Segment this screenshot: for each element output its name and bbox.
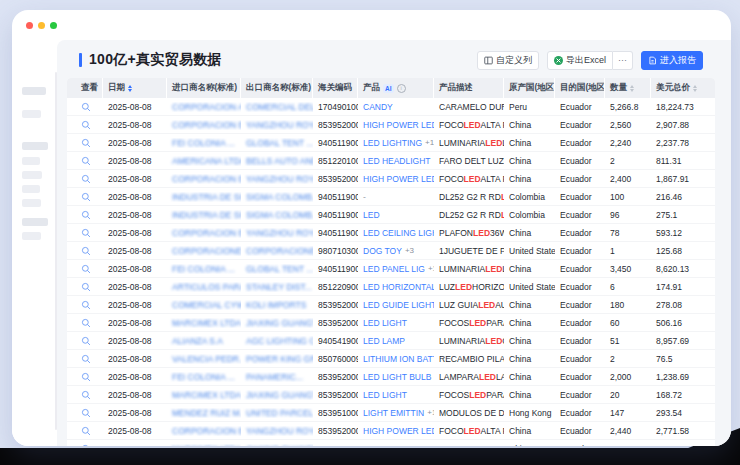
importer-name-link[interactable]: CORPORACION E... [167, 120, 241, 130]
sidebar-menu-placeholder[interactable] [22, 199, 41, 207]
sidebar-menu-placeholder[interactable] [22, 110, 41, 118]
sidebar-menu-placeholder[interactable] [22, 157, 40, 165]
importer-name-link[interactable]: CORPORACION E... [167, 174, 241, 184]
view-row-button[interactable] [67, 228, 103, 238]
importer-name-link[interactable]: INDUSTRIA DE SIS... [167, 210, 241, 220]
sidebar-menu-placeholder[interactable] [22, 185, 40, 193]
product-link[interactable]: LED HORIZONTAL L [358, 282, 434, 292]
export-excel-button[interactable]: 导出Excel [547, 51, 613, 70]
column-header-usd[interactable]: 美元总价 [651, 78, 715, 98]
exporter-name-link[interactable]: PANAMERIC... [241, 372, 313, 382]
column-header-exporter[interactable]: 出口商名称(标准) [241, 78, 313, 98]
product-link[interactable]: LED HEADLIGHT [358, 156, 434, 166]
exporter-name-link[interactable]: YANGZHOU ROYAL LI... [241, 120, 313, 130]
product-link[interactable]: LED LIGHT [358, 318, 434, 328]
exporter-name-link[interactable]: BELLS AUTO AND... [241, 156, 313, 166]
view-row-button[interactable] [67, 174, 103, 184]
importer-name-link[interactable]: CORPORACION E... [167, 228, 241, 238]
product-link[interactable]: HIGH POWER LED F [358, 120, 434, 130]
sidebar-menu-placeholder[interactable] [22, 171, 42, 179]
sidebar-menu-placeholder[interactable] [22, 232, 41, 240]
importer-name-link[interactable]: MARCIMEX LTDA [167, 318, 241, 328]
view-row-button[interactable] [67, 408, 103, 418]
product-link[interactable]: LED PANEL LIG+1 [358, 264, 434, 274]
product-link[interactable]: LED MOTOR BULB [358, 444, 434, 447]
exporter-name-link[interactable]: SIGMA COLOMB... [241, 192, 313, 202]
exporter-name-link[interactable]: JIAXING GUANGT... [241, 390, 313, 400]
product-link[interactable]: LED LAMP [358, 336, 434, 346]
customize-columns-button[interactable]: 自定义列 [477, 51, 539, 70]
product-link[interactable]: LED LIGHT [358, 390, 434, 400]
exporter-name-link[interactable]: KOLI IMPORTS [241, 300, 313, 310]
importer-name-link[interactable]: MARCIMEX LTDA [167, 390, 241, 400]
view-row-button[interactable] [67, 300, 103, 310]
product-link[interactable]: - [358, 192, 434, 202]
exporter-name-link[interactable]: COMERCIAL DEL ... [241, 102, 313, 112]
view-row-button[interactable] [67, 156, 103, 166]
view-row-button[interactable] [67, 264, 103, 274]
exporter-name-link[interactable]: GLOBAL TENT ... [241, 264, 313, 274]
view-row-button[interactable] [67, 336, 103, 346]
view-row-button[interactable] [67, 282, 103, 292]
exporter-name-link[interactable]: CORPORACIONES... [241, 246, 313, 256]
sort-icon[interactable] [693, 85, 697, 92]
importer-name-link[interactable]: FEI COLONIA ... [167, 372, 241, 382]
column-header-qty[interactable]: 数量 [605, 78, 651, 98]
view-row-button[interactable] [67, 120, 103, 130]
view-row-button[interactable] [67, 138, 103, 148]
product-link[interactable]: LED LIGHT BULB [358, 372, 434, 382]
column-header-importer[interactable]: 进口商名称(标准) [167, 78, 241, 98]
sort-icon[interactable] [128, 85, 132, 92]
product-link[interactable]: HIGH POWER LED F [358, 174, 434, 184]
view-row-button[interactable] [67, 102, 103, 112]
importer-name-link[interactable]: ARTICULOS PARA... [167, 282, 241, 292]
exporter-name-link[interactable]: SIGMA COLOMB... [241, 210, 313, 220]
minimize-button[interactable] [38, 22, 45, 29]
importer-name-link[interactable]: FEI COLONIA ... [167, 138, 241, 148]
product-link[interactable]: LED [358, 210, 434, 220]
export-more-button[interactable]: ··· [613, 51, 633, 70]
product-link[interactable]: LED GUIDE LIGHT T [358, 300, 434, 310]
importer-name-link[interactable]: CORPORACIONES... [167, 246, 241, 256]
importer-name-link[interactable]: CORPORACION E... [167, 426, 241, 436]
view-row-button[interactable] [67, 354, 103, 364]
exporter-name-link[interactable]: YANGZHOU ROYAL LI... [241, 174, 313, 184]
importer-name-link[interactable]: FEI COLONIA ... [167, 264, 241, 274]
exporter-name-link[interactable]: YANGZHOU ROYAL LI... [241, 426, 313, 436]
view-row-button[interactable] [67, 372, 103, 382]
view-row-button[interactable] [67, 192, 103, 202]
importer-name-link[interactable]: INDUSTRIA DE SIS... [167, 192, 241, 202]
product-link[interactable]: DOG TOY+3 [358, 246, 434, 256]
sidebar-menu-placeholder[interactable] [22, 142, 48, 150]
importer-name-link[interactable]: CORPORACION A [167, 102, 241, 112]
sort-icon[interactable] [630, 85, 634, 92]
product-link[interactable]: LED CEILING LIGHT [358, 228, 434, 238]
exporter-name-link[interactable]: POWER KING GR... [241, 354, 313, 364]
sidebar-menu-placeholder[interactable] [22, 218, 48, 226]
column-header-date[interactable]: 日期 [103, 78, 167, 98]
product-link[interactable]: LED LIGHTING+1 [358, 138, 434, 148]
enter-report-button[interactable]: 进入报告 [641, 51, 703, 70]
exporter-name-link[interactable]: GLOBAL TENT ... [241, 138, 313, 148]
importer-name-link[interactable]: VALENCIA PEDR... [167, 354, 241, 364]
view-row-button[interactable] [67, 318, 103, 328]
view-row-button[interactable] [67, 246, 103, 256]
product-link[interactable]: LITHIUM ION BATTE [358, 354, 434, 364]
exporter-name-link[interactable]: JIAXING GUANGT... [241, 444, 313, 447]
importer-name-link[interactable]: MENDEZ RUIZ M... [167, 408, 241, 418]
exporter-name-link[interactable]: AGC LIGHTING C... [241, 336, 313, 346]
exporter-name-link[interactable]: STANLEY DIST... [241, 282, 313, 292]
view-row-button[interactable] [67, 210, 103, 220]
maximize-button[interactable] [50, 22, 57, 29]
exporter-name-link[interactable]: YANGZHOU ROYAL LI... [241, 228, 313, 238]
exporter-name-link[interactable]: UNITED PARCEL ... [241, 408, 313, 418]
exporter-name-link[interactable]: JIAXING GUANGT... [241, 318, 313, 328]
view-row-button[interactable] [67, 426, 103, 436]
close-button[interactable] [26, 22, 33, 29]
importer-name-link[interactable]: MARCIMEX LTDA [167, 444, 241, 447]
product-link[interactable]: HIGH POWER LED F [358, 426, 434, 436]
view-row-button[interactable] [67, 390, 103, 400]
info-icon[interactable]: i [397, 84, 406, 93]
sidebar-menu-placeholder[interactable] [22, 87, 46, 95]
product-link[interactable]: LIGHT EMITTIN+1 [358, 408, 434, 418]
